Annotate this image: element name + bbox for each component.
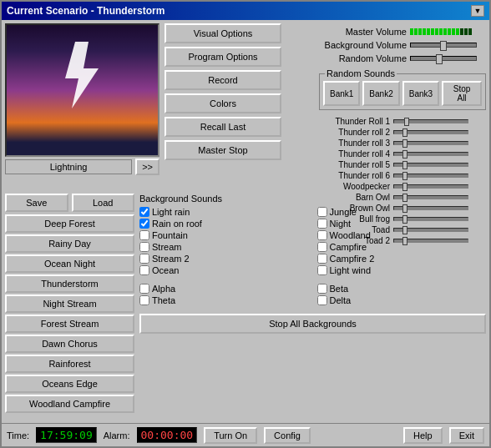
sound-label: Thunder roll 5 <box>319 160 390 169</box>
sound-slider-0[interactable] <box>393 119 468 123</box>
scenario-button-dawn-chorus[interactable]: Dawn Chorus <box>5 335 134 353</box>
bank2-button[interactable]: Bank2 <box>362 81 399 106</box>
next-scenario-button[interactable]: >> <box>135 159 159 175</box>
sound-slider-2[interactable] <box>393 141 468 145</box>
greek-sound-item: Beta <box>317 284 487 294</box>
right-panel: Master Volume Background Volume <box>319 23 486 190</box>
window-title: Current Scenario - Thunderstorm <box>7 5 165 17</box>
sound-slider-9[interactable] <box>393 217 468 221</box>
bg-sound-item: Rain on roof <box>139 219 309 229</box>
bg-sound-checkbox[interactable] <box>139 219 149 229</box>
scenario-button-deep-forest[interactable]: Deep Forest <box>5 214 134 233</box>
colors-button[interactable]: Colors <box>165 93 281 113</box>
save-button[interactable]: Save <box>5 194 68 212</box>
scenario-button-oceans-edge[interactable]: Oceans Edge <box>5 375 134 393</box>
minimize-button[interactable]: ▼ <box>471 5 484 17</box>
bg-sound-label: Light rain <box>152 207 190 217</box>
random-volume-slider[interactable] <box>410 56 477 61</box>
scenario-button-rainy-day[interactable]: Rainy Day <box>5 234 134 253</box>
scenario-button-forest-stream[interactable]: Forest Stream <box>5 315 134 333</box>
bg-sound-label: Rain on roof <box>152 219 202 229</box>
program-options-button[interactable]: Program Options <box>165 47 281 67</box>
bg-sound-checkbox[interactable] <box>317 254 327 264</box>
bg-sound-checkbox[interactable] <box>139 265 149 275</box>
save-load-row: Save Load <box>5 194 134 212</box>
stop-all-backgrounds-button[interactable]: Stop All Backgrounds <box>139 314 486 334</box>
bg-sound-item: Fountain <box>139 230 309 240</box>
sound-slider-8[interactable] <box>393 206 468 210</box>
sound-row: Thunder roll 3 <box>319 138 486 148</box>
random-volume-row: Random Volume <box>319 53 486 63</box>
greek-sound-label: Beta <box>330 284 349 294</box>
recall-last-button[interactable]: Recall Last <box>165 117 281 137</box>
greek-sound-item: Theta <box>139 295 309 305</box>
title-bar-controls: ▼ <box>471 5 484 17</box>
bg-sound-checkbox[interactable] <box>317 230 327 240</box>
bank3-button[interactable]: Bank3 <box>402 81 439 106</box>
sound-slider-5[interactable] <box>393 174 468 178</box>
bg-sound-checkbox[interactable] <box>317 242 327 252</box>
greek-sound-checkbox[interactable] <box>317 295 327 305</box>
bg-sound-label: Campfire 2 <box>330 254 375 264</box>
config-button[interactable]: Config <box>264 427 311 444</box>
middle-buttons: Visual Options Program Options Record Co… <box>165 23 314 190</box>
sound-slider-7[interactable] <box>393 195 468 199</box>
scenario-button-ocean-night[interactable]: Ocean Night <box>5 254 134 273</box>
visual-options-button[interactable]: Visual Options <box>165 23 281 43</box>
bg-sound-checkbox[interactable] <box>317 265 327 275</box>
scenario-button-woodland-campfire[interactable]: Woodland Campfire <box>5 395 134 413</box>
top-section: Lightning >> Visual Options Program Opti… <box>5 23 486 190</box>
bg-sound-checkbox[interactable] <box>317 207 327 217</box>
master-volume-slider[interactable] <box>410 28 472 35</box>
turn-on-button[interactable]: Turn On <box>204 427 257 444</box>
sound-slider-11[interactable] <box>393 239 468 243</box>
stop-all-random-button[interactable]: Stop All <box>442 81 482 106</box>
master-volume-row: Master Volume <box>319 27 486 37</box>
greek-grid: AlphaBetaThetaDelta <box>139 284 486 305</box>
background-volume-row: Background Volume <box>319 40 486 50</box>
alarm-label: Alarm: <box>104 430 130 440</box>
bg-sound-checkbox[interactable] <box>139 242 149 252</box>
sound-slider-6[interactable] <box>393 184 468 189</box>
bg-sound-label: Ocean <box>152 265 179 275</box>
greek-sound-checkbox[interactable] <box>139 295 149 305</box>
bg-sound-label: Light wind <box>330 265 372 275</box>
background-volume-slider[interactable] <box>410 43 477 48</box>
scenarios-list: Deep ForestRainy DayOcean NightThunderst… <box>5 214 134 415</box>
sound-row: Thunder roll 2 <box>319 128 486 137</box>
bg-sound-label: Fountain <box>152 230 188 240</box>
bank-buttons: Bank1 Bank2 Bank3 Stop All <box>323 81 482 106</box>
sound-slider-4[interactable] <box>393 163 468 167</box>
load-button[interactable]: Load <box>72 194 135 212</box>
scenario-button-rainforest[interactable]: Rainforest <box>5 355 134 373</box>
greek-sound-item: Delta <box>317 295 487 305</box>
scenario-button-night-stream[interactable]: Night Stream <box>5 294 134 313</box>
exit-button[interactable]: Exit <box>449 427 484 444</box>
record-button[interactable]: Record <box>165 70 281 90</box>
sound-label: Thunder Roll 1 <box>319 117 390 126</box>
bg-sound-item: Stream 2 <box>139 254 309 264</box>
master-stop-button[interactable]: Master Stop <box>165 140 281 160</box>
bg-sound-checkbox[interactable] <box>317 219 327 229</box>
bg-sound-label: Stream 2 <box>152 254 190 264</box>
preview-area: Lightning >> <box>5 23 159 190</box>
bank1-button[interactable]: Bank1 <box>323 81 360 106</box>
scenario-button-thunderstorm[interactable]: Thunderstorm <box>5 274 134 293</box>
bg-sound-checkbox[interactable] <box>139 254 149 264</box>
bg-sound-checkbox[interactable] <box>139 207 149 217</box>
greek-sound-label: Delta <box>330 295 352 305</box>
background-volume-label: Background Volume <box>319 40 407 50</box>
bg-sound-item: Campfire 2 <box>317 254 487 264</box>
greek-sound-checkbox[interactable] <box>317 284 327 294</box>
bg-sound-label: Jungle <box>330 207 357 217</box>
alarm-display: 00:00:00 <box>137 427 198 443</box>
preview-image <box>5 23 159 157</box>
greek-sound-checkbox[interactable] <box>139 284 149 294</box>
greek-sound-label: Theta <box>152 295 175 305</box>
help-button[interactable]: Help <box>403 427 443 444</box>
sound-slider-1[interactable] <box>393 130 468 134</box>
sound-slider-10[interactable] <box>393 228 468 232</box>
bg-sound-checkbox[interactable] <box>139 230 149 240</box>
sound-slider-3[interactable] <box>393 152 468 156</box>
bg-sound-label: Stream <box>152 242 181 252</box>
